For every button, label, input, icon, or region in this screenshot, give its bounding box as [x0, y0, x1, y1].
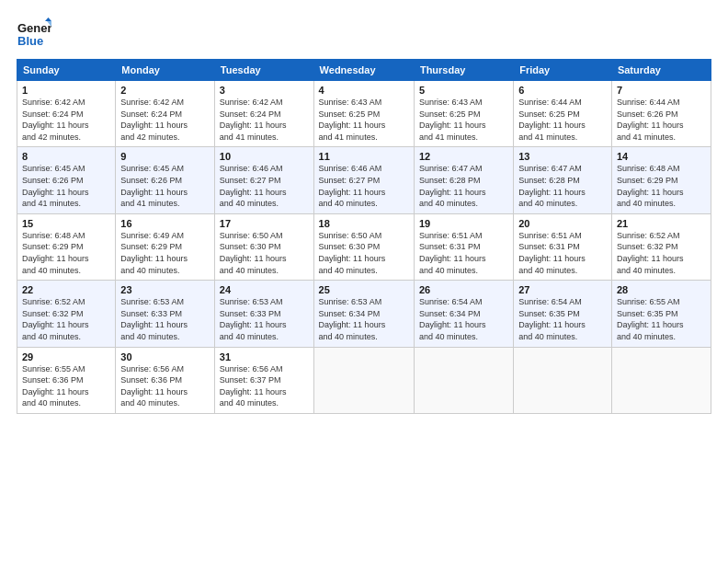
day-number: 28 [617, 284, 706, 295]
weekday-header-cell: Wednesday [313, 60, 414, 81]
calendar-week-row: 29Sunrise: 6:55 AM Sunset: 6:36 PM Dayli… [17, 347, 711, 413]
calendar-day-cell: 13Sunrise: 6:47 AM Sunset: 6:28 PM Dayli… [514, 147, 612, 213]
calendar-day-cell: 20Sunrise: 6:51 AM Sunset: 6:31 PM Dayli… [514, 213, 612, 280]
calendar-week-row: 1Sunrise: 6:42 AM Sunset: 6:24 PM Daylig… [17, 81, 711, 147]
header: General Blue [17, 17, 711, 52]
day-number: 18 [319, 218, 409, 229]
day-info: Sunrise: 6:53 AM Sunset: 6:33 PM Dayligh… [220, 296, 309, 342]
logo: General Blue [17, 17, 51, 52]
calendar-day-cell: 21Sunrise: 6:52 AM Sunset: 6:32 PM Dayli… [611, 213, 711, 280]
day-info: Sunrise: 6:51 AM Sunset: 6:31 PM Dayligh… [419, 230, 508, 276]
weekday-header-row: SundayMondayTuesdayWednesdayThursdayFrid… [17, 60, 711, 81]
logo-container: General Blue [17, 17, 51, 52]
calendar-body: 1Sunrise: 6:42 AM Sunset: 6:24 PM Daylig… [17, 81, 711, 414]
calendar-day-cell: 18Sunrise: 6:50 AM Sunset: 6:30 PM Dayli… [313, 213, 414, 280]
day-number: 1 [22, 85, 110, 96]
day-info: Sunrise: 6:45 AM Sunset: 6:26 PM Dayligh… [120, 163, 210, 209]
calendar-day-cell: 11Sunrise: 6:46 AM Sunset: 6:27 PM Dayli… [313, 147, 414, 213]
day-info: Sunrise: 6:47 AM Sunset: 6:28 PM Dayligh… [419, 163, 508, 209]
calendar-day-cell: 7Sunrise: 6:44 AM Sunset: 6:26 PM Daylig… [611, 81, 711, 147]
day-info: Sunrise: 6:48 AM Sunset: 6:29 PM Dayligh… [22, 230, 110, 276]
day-info: Sunrise: 6:46 AM Sunset: 6:27 PM Dayligh… [220, 163, 309, 209]
weekday-header-cell: Friday [514, 60, 612, 81]
day-info: Sunrise: 6:48 AM Sunset: 6:29 PM Dayligh… [617, 163, 706, 209]
calendar-day-cell: 15Sunrise: 6:48 AM Sunset: 6:29 PM Dayli… [17, 213, 116, 280]
day-info: Sunrise: 6:53 AM Sunset: 6:34 PM Dayligh… [319, 296, 409, 342]
calendar-day-cell: 17Sunrise: 6:50 AM Sunset: 6:30 PM Dayli… [214, 213, 313, 280]
day-info: Sunrise: 6:49 AM Sunset: 6:29 PM Dayligh… [120, 230, 210, 276]
calendar-day-cell: 31Sunrise: 6:56 AM Sunset: 6:37 PM Dayli… [214, 347, 313, 413]
day-info: Sunrise: 6:53 AM Sunset: 6:33 PM Dayligh… [120, 296, 210, 342]
day-number: 15 [22, 218, 110, 229]
calendar-day-cell: 6Sunrise: 6:44 AM Sunset: 6:25 PM Daylig… [514, 81, 612, 147]
calendar-week-row: 15Sunrise: 6:48 AM Sunset: 6:29 PM Dayli… [17, 213, 711, 280]
day-number: 26 [419, 284, 508, 295]
weekday-header-cell: Sunday [17, 60, 116, 81]
day-info: Sunrise: 6:42 AM Sunset: 6:24 PM Dayligh… [220, 97, 309, 143]
day-number: 5 [419, 85, 508, 96]
day-number: 25 [319, 284, 409, 295]
calendar-day-cell [414, 347, 513, 413]
calendar-day-cell: 30Sunrise: 6:56 AM Sunset: 6:36 PM Dayli… [116, 347, 215, 413]
calendar-day-cell [313, 347, 414, 413]
day-number: 7 [617, 85, 706, 96]
day-info: Sunrise: 6:43 AM Sunset: 6:25 PM Dayligh… [419, 97, 508, 143]
calendar-day-cell: 1Sunrise: 6:42 AM Sunset: 6:24 PM Daylig… [17, 81, 116, 147]
calendar-day-cell: 19Sunrise: 6:51 AM Sunset: 6:31 PM Dayli… [414, 213, 513, 280]
day-info: Sunrise: 6:42 AM Sunset: 6:24 PM Dayligh… [120, 97, 210, 143]
calendar-day-cell [611, 347, 711, 413]
day-number: 11 [319, 151, 409, 162]
calendar-day-cell: 12Sunrise: 6:47 AM Sunset: 6:28 PM Dayli… [414, 147, 513, 213]
day-number: 14 [617, 151, 706, 162]
day-number: 30 [120, 351, 210, 362]
calendar-day-cell: 3Sunrise: 6:42 AM Sunset: 6:24 PM Daylig… [214, 81, 313, 147]
calendar-day-cell: 9Sunrise: 6:45 AM Sunset: 6:26 PM Daylig… [116, 147, 215, 213]
day-number: 2 [120, 85, 210, 96]
day-number: 16 [120, 218, 210, 229]
day-info: Sunrise: 6:46 AM Sunset: 6:27 PM Dayligh… [319, 163, 409, 209]
svg-text:General: General [17, 21, 51, 35]
day-info: Sunrise: 6:54 AM Sunset: 6:34 PM Dayligh… [419, 296, 508, 342]
day-info: Sunrise: 6:47 AM Sunset: 6:28 PM Dayligh… [518, 163, 607, 209]
day-info: Sunrise: 6:50 AM Sunset: 6:30 PM Dayligh… [220, 230, 309, 276]
calendar-day-cell: 4Sunrise: 6:43 AM Sunset: 6:25 PM Daylig… [313, 81, 414, 147]
day-info: Sunrise: 6:56 AM Sunset: 6:37 PM Dayligh… [220, 363, 309, 409]
calendar-day-cell: 28Sunrise: 6:55 AM Sunset: 6:35 PM Dayli… [611, 281, 711, 347]
day-info: Sunrise: 6:42 AM Sunset: 6:24 PM Dayligh… [22, 97, 110, 143]
weekday-header-cell: Monday [116, 60, 215, 81]
calendar-day-cell: 22Sunrise: 6:52 AM Sunset: 6:32 PM Dayli… [17, 281, 116, 347]
day-number: 3 [220, 85, 309, 96]
day-number: 29 [22, 351, 110, 362]
day-number: 8 [22, 151, 110, 162]
day-number: 6 [518, 85, 607, 96]
day-number: 17 [220, 218, 309, 229]
svg-text:Blue: Blue [17, 34, 43, 48]
day-number: 12 [419, 151, 508, 162]
day-number: 9 [120, 151, 210, 162]
logo-bird-icon: General Blue [17, 17, 51, 52]
calendar-day-cell: 26Sunrise: 6:54 AM Sunset: 6:34 PM Dayli… [414, 281, 513, 347]
weekday-header-cell: Thursday [414, 60, 513, 81]
day-info: Sunrise: 6:44 AM Sunset: 6:25 PM Dayligh… [518, 97, 607, 143]
day-info: Sunrise: 6:56 AM Sunset: 6:36 PM Dayligh… [120, 363, 210, 409]
calendar-day-cell: 10Sunrise: 6:46 AM Sunset: 6:27 PM Dayli… [214, 147, 313, 213]
day-info: Sunrise: 6:52 AM Sunset: 6:32 PM Dayligh… [22, 296, 110, 342]
calendar-day-cell: 5Sunrise: 6:43 AM Sunset: 6:25 PM Daylig… [414, 81, 513, 147]
calendar-day-cell: 16Sunrise: 6:49 AM Sunset: 6:29 PM Dayli… [116, 213, 215, 280]
day-info: Sunrise: 6:54 AM Sunset: 6:35 PM Dayligh… [518, 296, 607, 342]
day-info: Sunrise: 6:44 AM Sunset: 6:26 PM Dayligh… [617, 97, 706, 143]
day-number: 22 [22, 284, 110, 295]
calendar-day-cell: 2Sunrise: 6:42 AM Sunset: 6:24 PM Daylig… [116, 81, 215, 147]
day-info: Sunrise: 6:52 AM Sunset: 6:32 PM Dayligh… [617, 230, 706, 276]
day-number: 31 [220, 351, 309, 362]
svg-marker-2 [45, 17, 51, 21]
calendar-day-cell: 25Sunrise: 6:53 AM Sunset: 6:34 PM Dayli… [313, 281, 414, 347]
calendar-week-row: 8Sunrise: 6:45 AM Sunset: 6:26 PM Daylig… [17, 147, 711, 213]
day-info: Sunrise: 6:45 AM Sunset: 6:26 PM Dayligh… [22, 163, 110, 209]
calendar-day-cell: 24Sunrise: 6:53 AM Sunset: 6:33 PM Dayli… [214, 281, 313, 347]
calendar-day-cell: 23Sunrise: 6:53 AM Sunset: 6:33 PM Dayli… [116, 281, 215, 347]
day-number: 23 [120, 284, 210, 295]
calendar-page: General Blue SundayMondayTuesdayWednesda… [0, 0, 728, 563]
calendar-table: SundayMondayTuesdayWednesdayThursdayFrid… [17, 59, 711, 414]
weekday-header-cell: Saturday [611, 60, 711, 81]
